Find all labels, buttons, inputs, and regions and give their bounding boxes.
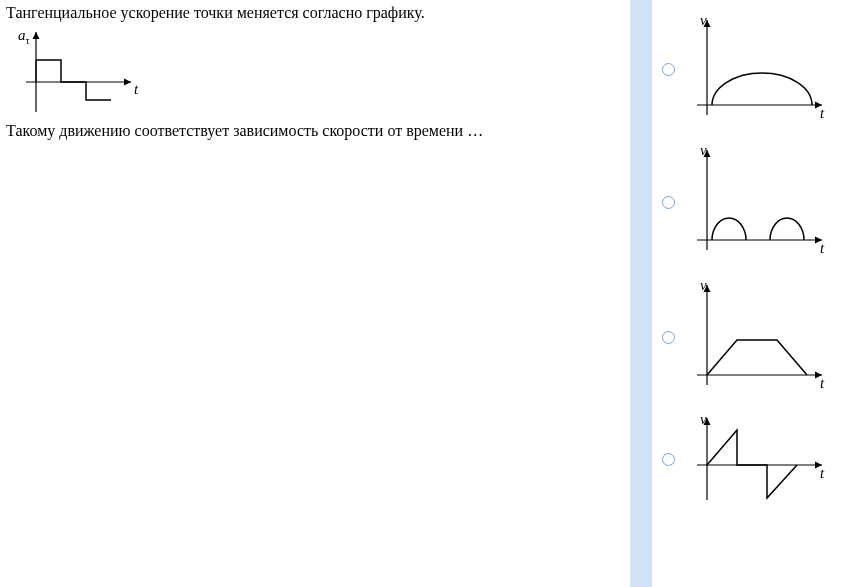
svg-text:v: v [700, 411, 707, 427]
answer-radio-4[interactable] [662, 453, 675, 466]
svg-text:t: t [820, 240, 825, 256]
svg-text:v: v [700, 142, 707, 158]
svg-text:t: t [820, 105, 825, 121]
answer-graph-2: v t [682, 140, 832, 265]
svg-text:t: t [820, 375, 825, 391]
answer-graph-4: v t [682, 410, 832, 510]
svg-text:v: v [700, 277, 707, 293]
svg-text:t: t [820, 465, 825, 481]
question-panel: Тангенциальное ускорение точки меняется … [0, 0, 630, 587]
svg-text:v: v [700, 12, 707, 28]
answer-option-3: v t [652, 275, 855, 400]
answer-option-4: v t [652, 410, 855, 510]
question-line-1: Тангенциальное ускорение точки меняется … [6, 4, 624, 22]
answers-panel: v t v t [652, 0, 855, 587]
answer-graph-3: v t [682, 275, 832, 400]
answer-radio-3[interactable] [662, 331, 675, 344]
answer-radio-1[interactable] [662, 63, 675, 76]
question-line-2: Такому движению соответствует зависимост… [6, 122, 624, 140]
question-graph: aτ t [6, 22, 146, 122]
answer-graph-1: v t [682, 10, 832, 130]
answer-option-2: v t [652, 140, 855, 265]
answer-radio-2[interactable] [662, 196, 675, 209]
column-divider [630, 0, 652, 587]
question-graph-ylabel: aτ [18, 27, 30, 46]
answer-option-1: v t [652, 10, 855, 130]
question-graph-xlabel: t [134, 81, 139, 97]
